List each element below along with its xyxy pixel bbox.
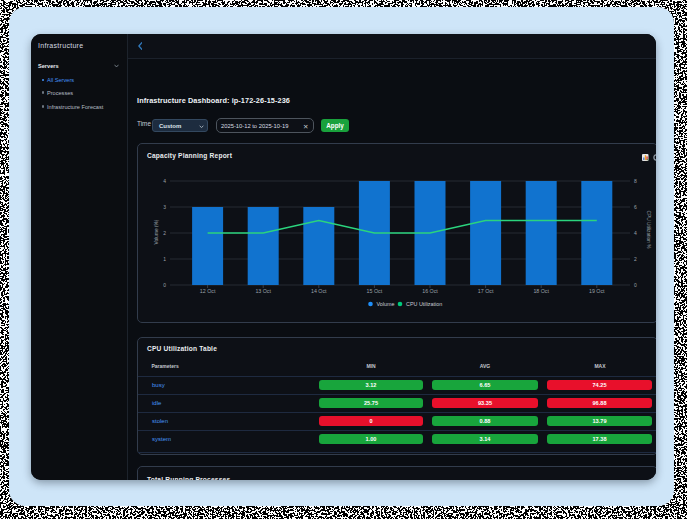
svg-text:3: 3	[163, 204, 166, 210]
svg-text:0: 0	[163, 282, 166, 288]
svg-text:18 Oct: 18 Oct	[533, 288, 549, 294]
svg-text:2: 2	[163, 230, 166, 236]
svg-text:Volume (%): Volume (%)	[154, 219, 159, 244]
svg-text:6: 6	[634, 204, 637, 210]
svg-text:12 Oct: 12 Oct	[200, 288, 216, 294]
svg-text:19 Oct: 19 Oct	[589, 288, 605, 294]
svg-text:2: 2	[634, 256, 637, 262]
svg-text:4: 4	[163, 178, 166, 184]
svg-text:4: 4	[634, 230, 637, 236]
svg-text:14 Oct: 14 Oct	[311, 288, 327, 294]
svg-text:17 Oct: 17 Oct	[478, 288, 494, 294]
svg-text:13 Oct: 13 Oct	[255, 288, 271, 294]
svg-text:0: 0	[634, 282, 637, 288]
svg-text:CPU Utilization: CPU Utilization	[406, 301, 442, 307]
svg-text:1: 1	[163, 256, 166, 262]
svg-text:15 Oct: 15 Oct	[367, 288, 383, 294]
svg-text:16 Oct: 16 Oct	[422, 288, 438, 294]
svg-text:Volume: Volume	[377, 301, 395, 307]
svg-text:8: 8	[634, 178, 637, 184]
svg-text:CPU Utilization %: CPU Utilization %	[646, 211, 651, 250]
